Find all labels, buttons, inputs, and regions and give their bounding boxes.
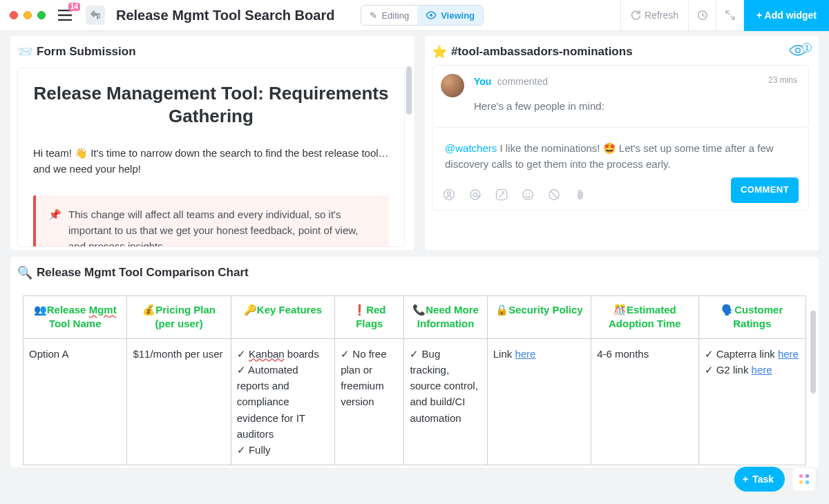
menu-button[interactable]: 14: [58, 10, 72, 21]
history-button[interactable]: [688, 0, 716, 31]
key-icon: 🔑: [244, 304, 257, 316]
col-adoption: 🎊Estimated Adoption Time: [591, 296, 698, 339]
view-mode-toggle: ✎ Editing Viewing: [361, 5, 484, 26]
comment-card[interactable]: You commented 23 mins Here's a few peopl…: [432, 65, 809, 128]
col-red-flags: ❗Red Flags: [335, 296, 404, 339]
svg-point-9: [526, 193, 527, 194]
capterra-link[interactable]: here: [778, 348, 799, 360]
table-header-row: 👥Release Mgmt Tool Name 💰Pricing Plan (p…: [23, 296, 806, 339]
widget-title-text: #tool-ambassadors-nominations: [451, 45, 633, 59]
block-icon[interactable]: [547, 188, 561, 202]
cell-security: Link here: [487, 338, 591, 465]
cell-red-flags: ✓ No free plan or freemium version: [335, 338, 404, 465]
wave-icon: 👋: [75, 147, 88, 159]
comparison-chart-widget: 🔍 Release Mgmt Tool Comparison Chart 👥Re…: [10, 257, 819, 467]
g2-link[interactable]: here: [752, 364, 772, 376]
cell-features: ✓ Kanban boards ✓ Automated reports and …: [231, 338, 334, 465]
command-icon[interactable]: [495, 188, 508, 202]
cell-tool-name: Option A: [23, 338, 127, 465]
svg-point-0: [430, 14, 432, 17]
comment-author: You: [474, 76, 491, 87]
pencil-icon: ✎: [370, 10, 377, 21]
apps-icon: [799, 474, 810, 485]
floating-actions: + Task: [734, 467, 817, 492]
widget-title-text: Release Mgmt Tool Comparison Chart: [37, 266, 249, 280]
expand-icon: [725, 10, 735, 20]
apps-button[interactable]: [792, 467, 817, 492]
callout-block: 📌 This change will affect all teams and …: [33, 195, 389, 248]
emoji-icon[interactable]: [521, 188, 535, 202]
back-button[interactable]: [86, 6, 105, 25]
top-bar: 14 Release Mgmt Tool Search Board ✎ Edit…: [0, 0, 829, 31]
col-security: 🔒Security Policy: [487, 296, 591, 339]
watchers-count: 1: [802, 43, 812, 52]
pushpin-icon: 📌: [48, 206, 61, 248]
minimize-window-icon[interactable]: [23, 11, 32, 19]
watchers-button[interactable]: 1: [788, 47, 808, 59]
svg-point-6: [473, 193, 477, 197]
inbox-icon: 📨: [17, 44, 32, 59]
attachment-icon[interactable]: [573, 188, 587, 202]
reply-toolbar: [442, 188, 587, 202]
svg-point-5: [470, 190, 480, 200]
page-title: Release Mgmt Tool Search Board: [116, 8, 334, 23]
security-link[interactable]: here: [515, 348, 535, 360]
mention-icon[interactable]: [468, 188, 482, 202]
money-bag-icon: 💰: [142, 304, 155, 316]
add-widget-label: + Add widget: [756, 10, 817, 21]
star-icon: ⭐: [432, 44, 447, 59]
col-features: 🔑Key Features: [231, 296, 334, 339]
add-widget-button[interactable]: + Add widget: [743, 0, 829, 31]
cell-adoption: 4-6 months: [591, 338, 698, 465]
comment-body: Here's a few people in mind:: [474, 100, 796, 112]
fullscreen-button[interactable]: [716, 0, 743, 31]
conversation-widget: ⭐ #tool-ambassadors-nominations 1 You co…: [425, 36, 819, 250]
scrollbar[interactable]: [406, 66, 412, 115]
refresh-button[interactable]: Refresh: [620, 0, 688, 31]
document-preview[interactable]: Release Management Tool: Requirements Ga…: [17, 68, 405, 247]
eye-icon: [426, 11, 437, 19]
document-intro: Hi team! 👋 It's time to narrow down the …: [33, 145, 389, 177]
starstruck-icon: 🤩: [603, 142, 616, 154]
widget-title: 📨 Form Submission: [10, 36, 414, 62]
refresh-icon: [631, 10, 640, 20]
toolbar-right: Refresh + Add widget: [620, 0, 829, 31]
maximize-window-icon[interactable]: [37, 11, 46, 19]
assign-icon[interactable]: [442, 188, 456, 202]
table-row[interactable]: Option A $11/month per user ✓ Kanban boa…: [23, 338, 806, 465]
svg-point-8: [523, 189, 533, 199]
col-tool-name: 👥Release Mgmt Tool Name: [23, 296, 127, 339]
widget-title: 🔍 Release Mgmt Tool Comparison Chart: [10, 257, 819, 283]
editing-label: Editing: [381, 10, 409, 21]
window-controls: [10, 11, 46, 19]
comparison-table: 👥Release Mgmt Tool Name 💰Pricing Plan (p…: [23, 295, 806, 465]
speaking-head-icon: 🗣️: [721, 304, 734, 316]
close-window-icon[interactable]: [10, 11, 18, 19]
new-task-button[interactable]: + Task: [734, 467, 785, 492]
board: 📨 Form Submission Release Management Too…: [10, 36, 819, 504]
confetti-icon: 🎊: [613, 304, 627, 316]
col-ratings: 🗣️Customer Ratings: [698, 296, 806, 339]
cell-ratings: ✓ Capterra link here ✓ G2 link here: [698, 338, 806, 465]
svg-rect-14: [799, 481, 803, 484]
document-heading: Release Management Tool: Requirements Ga…: [33, 82, 389, 127]
magnifier-icon: 🔍: [17, 265, 32, 280]
viewing-mode-button[interactable]: Viewing: [417, 6, 483, 25]
svg-rect-13: [806, 474, 809, 478]
plus-icon: +: [743, 474, 748, 485]
widget-title-text: Form Submission: [37, 45, 136, 59]
scrollbar[interactable]: [810, 311, 816, 394]
lock-icon: 🔒: [495, 304, 508, 316]
callout-text: This change will affect all teams and ev…: [68, 206, 377, 248]
svg-point-2: [796, 48, 800, 52]
mention[interactable]: @watchers: [445, 142, 497, 154]
comment-action: commented: [497, 76, 548, 87]
col-pricing: 💰Pricing Plan (per user): [127, 296, 231, 339]
reply-editor[interactable]: @watchers I like the nominations! 🤩 Let'…: [432, 128, 809, 211]
comment-button[interactable]: COMMENT: [731, 177, 799, 202]
notification-badge: 14: [68, 3, 80, 11]
people-icon: 👥: [34, 304, 47, 316]
clock-icon: [697, 10, 708, 21]
editing-mode-button[interactable]: ✎ Editing: [361, 6, 417, 25]
col-need-info: 📞Need More Information: [404, 296, 487, 339]
